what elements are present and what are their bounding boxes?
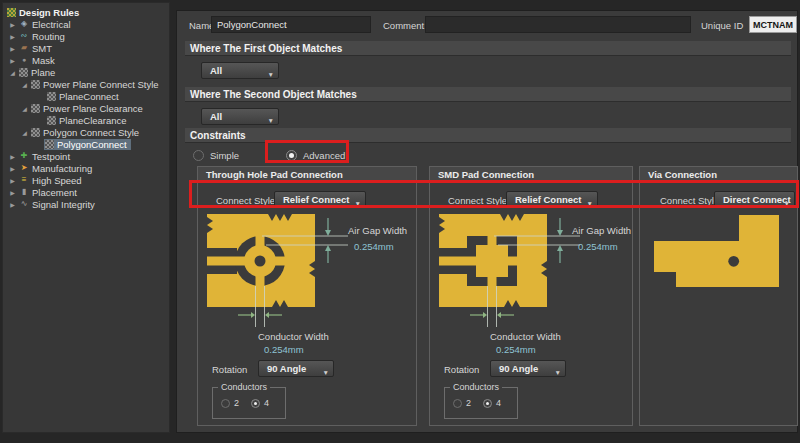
collapse-arrow-icon[interactable]: ◢ xyxy=(21,105,28,112)
tree-item-signal-integrity[interactable]: ▶ ∿ Signal Integrity xyxy=(3,198,169,210)
signal-integrity-icon: ∿ xyxy=(19,199,29,209)
tree-item-label: Plane xyxy=(31,67,55,78)
placement-icon: ▮ xyxy=(19,187,29,197)
second-match-scope-value: All xyxy=(210,111,222,122)
conductors-2-option[interactable]: 2 xyxy=(453,398,471,408)
second-match-header: Where The Second Object Matches xyxy=(185,87,791,102)
conductors-2-label: 2 xyxy=(466,398,471,408)
expand-arrow-icon[interactable]: ▶ xyxy=(9,201,16,208)
expand-arrow-icon[interactable]: ▶ xyxy=(9,57,16,64)
conductors-4-label: 4 xyxy=(264,398,269,408)
routing-icon: ∾ xyxy=(19,31,29,41)
tree-item-label: Signal Integrity xyxy=(32,199,95,210)
conductors-4-radio[interactable] xyxy=(251,399,260,408)
tree-item-polygon-connect-style[interactable]: ◢ Polygon Connect Style xyxy=(3,126,169,138)
high-speed-icon: ≡ xyxy=(19,175,29,185)
tree-item-placement[interactable]: ▶ ▮ Placement xyxy=(3,186,169,198)
tree-item-label: PlaneClearance xyxy=(59,115,127,126)
expand-arrow-icon[interactable]: ▶ xyxy=(9,177,16,184)
highlight-advanced-annotation xyxy=(265,140,349,163)
collapse-arrow-icon[interactable]: ◢ xyxy=(9,69,16,76)
first-match-scope-dropdown[interactable]: All ▼ xyxy=(201,62,279,79)
through-hole-rotation-dropdown[interactable]: 90 Angle ▼ xyxy=(258,360,334,377)
rotation-label: Rotation xyxy=(444,364,479,375)
rule-icon xyxy=(47,116,56,125)
conductors-4-option[interactable]: 4 xyxy=(251,398,269,408)
tree-item-label: Routing xyxy=(32,31,65,42)
chevron-down-icon: ▼ xyxy=(555,365,561,380)
comment-input[interactable] xyxy=(425,16,691,33)
air-gap-label: Air Gap Width xyxy=(348,225,407,236)
rule-editor: Name Comment Unique ID Where The First O… xyxy=(176,10,798,433)
rule-type-icon xyxy=(31,128,40,137)
first-match-header: Where The First Object Matches xyxy=(185,41,791,56)
tree-item-electrical[interactable]: ▶ ◈ Electrical xyxy=(3,18,169,30)
conductors-group-label: Conductors xyxy=(450,382,502,392)
expand-arrow-icon[interactable]: ▶ xyxy=(9,165,16,172)
smd-rotation-dropdown[interactable]: 90 Angle ▼ xyxy=(490,360,566,377)
air-gap-value: 0.254mm xyxy=(578,241,618,252)
collapse-arrow-icon[interactable]: ◢ xyxy=(21,81,28,88)
conductors-4-label: 4 xyxy=(496,398,501,408)
conductor-width-value: 0.254mm xyxy=(496,344,536,355)
rotation-label: Rotation xyxy=(212,364,247,375)
conductors-2-label: 2 xyxy=(234,398,239,408)
expand-arrow-icon[interactable]: ▶ xyxy=(9,45,16,52)
expand-arrow-icon[interactable]: ▶ xyxy=(9,189,16,196)
tree-item-label: Power Plane Clearance xyxy=(43,103,143,114)
rule-type-icon xyxy=(31,104,40,113)
expand-arrow-icon[interactable]: ▶ xyxy=(9,153,16,160)
second-match-scope-dropdown[interactable]: All ▼ xyxy=(201,108,279,125)
tree-item-design-rules[interactable]: Design Rules xyxy=(3,6,169,18)
mask-icon: ● xyxy=(19,55,29,65)
tree-item-manufacturing[interactable]: ▶ ➤ Manufacturing xyxy=(3,162,169,174)
conductors-2-option[interactable]: 2 xyxy=(221,398,239,408)
first-match-scope-value: All xyxy=(210,65,222,76)
conductors-2-radio[interactable] xyxy=(453,399,462,408)
conductors-2-radio[interactable] xyxy=(221,399,230,408)
tree-item-testpoint[interactable]: ▶ ✚ Testpoint xyxy=(3,150,169,162)
highlight-connect-style-annotation xyxy=(189,180,799,208)
name-input[interactable] xyxy=(211,16,371,33)
expand-arrow-icon[interactable]: ▶ xyxy=(9,33,16,40)
tree-item-polygonconnect-selected[interactable]: PolygonConnect xyxy=(3,138,169,150)
collapse-arrow-icon[interactable]: ◢ xyxy=(21,129,28,136)
tree-item-label: Electrical xyxy=(32,19,71,30)
air-gap-value: 0.254mm xyxy=(354,241,394,252)
via-diagram xyxy=(640,209,799,361)
tree-item-label: Power Plane Connect Style xyxy=(43,79,159,90)
tree-item-label: Mask xyxy=(32,55,55,66)
chevron-down-icon: ▼ xyxy=(268,67,274,82)
conductors-group: Conductors 2 4 xyxy=(444,387,518,419)
rule-icon xyxy=(45,140,54,149)
selected-tree-item: PolygonConnect xyxy=(44,139,131,150)
tree-item-planeconnect[interactable]: PlaneConnect xyxy=(3,90,169,102)
conductor-width-label: Conductor Width xyxy=(490,331,561,342)
tree-item-label: PlaneConnect xyxy=(59,91,119,102)
conductors-4-radio[interactable] xyxy=(483,399,492,408)
pcb-rules-dialog: Design Rules ▶ ◈ Electrical ▶ ∾ Routing … xyxy=(0,0,800,443)
tree-item-power-plane-clearance[interactable]: ◢ Power Plane Clearance xyxy=(3,102,169,114)
conductors-4-option[interactable]: 4 xyxy=(483,398,501,408)
conductor-width-value: 0.254mm xyxy=(264,344,304,355)
chevron-down-icon: ▼ xyxy=(323,365,329,380)
expand-arrow-icon[interactable]: ▶ xyxy=(9,21,16,28)
rule-type-icon xyxy=(31,80,40,89)
tree-item-plane[interactable]: ◢ Plane xyxy=(3,66,169,78)
simple-mode-option[interactable]: Simple xyxy=(193,150,239,161)
testpoint-icon: ✚ xyxy=(19,151,29,161)
tree-item-power-plane-connect-style[interactable]: ◢ Power Plane Connect Style xyxy=(3,78,169,90)
plane-icon xyxy=(19,68,28,77)
tree-item-label: High Speed xyxy=(32,175,82,186)
simple-radio[interactable] xyxy=(193,150,204,161)
tree-item-routing[interactable]: ▶ ∾ Routing xyxy=(3,30,169,42)
rotation-value: 90 Angle xyxy=(499,363,538,374)
tree-item-mask[interactable]: ▶ ● Mask xyxy=(3,54,169,66)
manufacturing-icon: ➤ xyxy=(19,163,29,173)
tree-item-smt[interactable]: ▶ ▰ SMT xyxy=(3,42,169,54)
tree-item-label: Manufacturing xyxy=(32,163,92,174)
air-gap-label: Air Gap Width xyxy=(572,225,631,236)
tree-item-high-speed[interactable]: ▶ ≡ High Speed xyxy=(3,174,169,186)
tree-item-planeclearance[interactable]: PlaneClearance xyxy=(3,114,169,126)
unique-id-input[interactable] xyxy=(749,16,797,33)
